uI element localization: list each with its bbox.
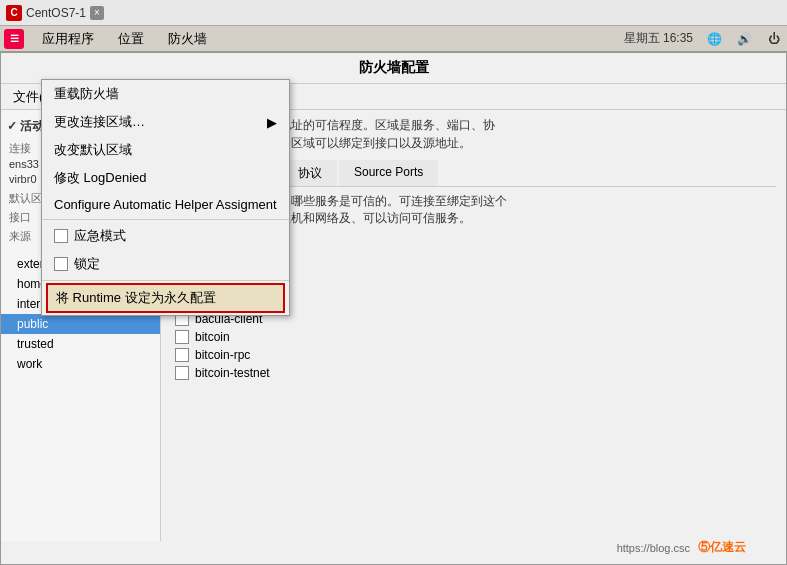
titlebar-icon: C <box>6 5 22 21</box>
list-item: bitcoin <box>171 328 776 346</box>
watermark-url: https://blog.csc <box>617 542 690 554</box>
tab-protocols[interactable]: 协议 <box>283 160 337 186</box>
menu-panic-mode[interactable]: 应急模式 <box>42 222 289 250</box>
titlebar-close-button[interactable]: × <box>90 6 104 20</box>
menu-change-zone[interactable]: 更改连接区域… ▶ <box>42 108 289 136</box>
sidebar-zone-trusted[interactable]: trusted <box>1 334 160 354</box>
menubar-apps[interactable]: 应用程序 <box>34 28 102 50</box>
menubar-firewall[interactable]: 防火墙 <box>160 28 215 50</box>
system-menubar: ☰ 应用程序 位置 防火墙 星期五 16:35 🌐 🔊 ⏻ <box>0 26 787 52</box>
menu-separator-2 <box>42 280 289 281</box>
menu-configure-helper[interactable]: Configure Automatic Helper Assigment <box>42 192 289 217</box>
menu-modify-logdenied[interactable]: 修改 LogDenied <box>42 164 289 192</box>
power-icon[interactable]: ⏻ <box>765 32 783 46</box>
service-name-bitcoin: bitcoin <box>195 330 230 344</box>
menu-set-runtime-permanent[interactable]: 将 Runtime 设定为永久配置 <box>46 283 285 313</box>
list-item: bitcoin-rpc <box>171 346 776 364</box>
menubar-left: ☰ 应用程序 位置 防火墙 <box>4 28 215 50</box>
watermark-logo: ⑤亿速云 <box>698 539 746 556</box>
service-name-bitcoin-testnet: bitcoin-testnet <box>195 366 270 380</box>
menu-separator-1 <box>42 219 289 220</box>
options-menu: 重载防火墙 更改连接区域… ▶ 改变默认区域 修改 LogDenied Conf… <box>41 79 290 316</box>
list-item: bitcoin-testnet <box>171 364 776 382</box>
menubar-places[interactable]: 位置 <box>110 28 152 50</box>
menubar-right: 星期五 16:35 🌐 🔊 ⏻ <box>624 30 783 47</box>
sidebar-zone-public[interactable]: public <box>1 314 160 334</box>
service-name-bitcoin-rpc: bitcoin-rpc <box>195 348 250 362</box>
app-window: 防火墙配置 文件(F) 选项(O) 查看(V) 帮助(H) ✓ 活动 连接 en… <box>0 52 787 565</box>
lockdown-checkbox-icon <box>54 257 68 271</box>
service-checkbox-bitcoin[interactable] <box>175 330 189 344</box>
watermark: https://blog.csc ⑤亿速云 <box>617 539 746 556</box>
service-checkbox-bitcoin-testnet[interactable] <box>175 366 189 380</box>
network-icon: 🌐 <box>705 32 723 46</box>
tab-source-ports[interactable]: Source Ports <box>339 160 438 186</box>
menu-change-default-zone[interactable]: 改变默认区域 <box>42 136 289 164</box>
titlebar: C CentOS7-1 × <box>0 0 787 26</box>
service-checkbox-bitcoin-rpc[interactable] <box>175 348 189 362</box>
menu-lockdown[interactable]: 锁定 <box>42 250 289 278</box>
app-icon: ☰ <box>4 29 24 49</box>
panic-checkbox-icon <box>54 229 68 243</box>
titlebar-title: CentOS7-1 <box>26 6 86 20</box>
system-time: 星期五 16:35 <box>624 30 693 47</box>
submenu-arrow-icon: ▶ <box>267 115 277 130</box>
menu-reload-firewall[interactable]: 重载防火墙 <box>42 80 289 108</box>
sidebar-zone-work[interactable]: work <box>1 354 160 374</box>
volume-icon: 🔊 <box>735 32 753 46</box>
